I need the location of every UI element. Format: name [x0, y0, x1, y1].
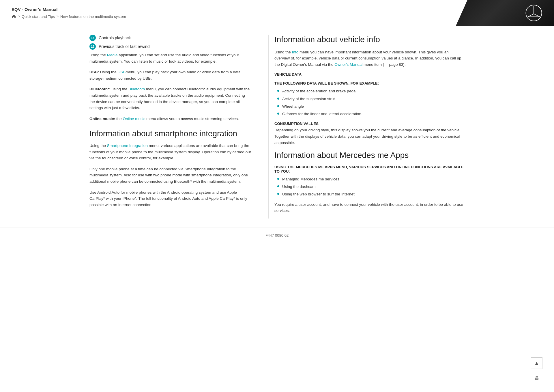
- online-music-paragraph: Online music: the Online music menu allo…: [89, 116, 251, 122]
- functions-label: USING THE MERCEDES ME APPS MENU, VARIOUS…: [274, 165, 465, 173]
- vehicle-info-para: Using the Info menu you can have importa…: [274, 49, 465, 68]
- user-account-para: You require a user account, and have to …: [274, 201, 465, 214]
- print-icon[interactable]: 🖶: [531, 373, 542, 383]
- numbered-item-15: 15 Previous track or fast rewind: [89, 43, 251, 50]
- badge-15: 15: [89, 43, 96, 50]
- owners-manual-link[interactable]: Owner's Manual: [334, 62, 362, 67]
- bluetooth-paragraph: Bluetooth*: using the Bluetooth menu, yo…: [89, 86, 251, 111]
- smartphone-para-2: Only one mobile phone at a time can be c…: [89, 166, 251, 185]
- breadcrumb-link-quickstart[interactable]: Quick start and Tips: [22, 14, 55, 19]
- badge-14: 14: [89, 35, 96, 41]
- list-item: Activity of the suspension strut: [277, 96, 465, 102]
- bullet-dot: [277, 98, 279, 100]
- list-item: Managing Mercedes me services: [277, 176, 465, 182]
- item-14-label: Controls playback: [99, 36, 131, 40]
- bullet-dot: [277, 178, 279, 180]
- footer-code: F447 0080 02: [265, 233, 289, 238]
- list-item: Activity of the acceleration and brake p…: [277, 88, 465, 94]
- right-column: Information about vehicle info Using the…: [268, 35, 465, 219]
- following-data-label: THE FOLLOWING DATA WILL BE SHOWN, FOR EX…: [274, 81, 465, 85]
- online-music-label: Online music:: [89, 117, 115, 121]
- manual-title: EQV - Owner's Manual: [12, 7, 444, 12]
- breadcrumb-current: New features on the multimedia system: [60, 14, 126, 19]
- media-paragraph: Using the Media application, you can set…: [89, 52, 251, 64]
- usb-link[interactable]: USB: [118, 70, 126, 74]
- vehicle-data-bullets: Activity of the acceleration and brake p…: [277, 88, 465, 117]
- smartphone-integration-link[interactable]: Smartphone Integration: [107, 143, 148, 148]
- breadcrumb-separator-2: >: [57, 14, 59, 18]
- bullet-dot: [277, 193, 279, 195]
- usb-paragraph: USB: Using the USBmenu, you can play bac…: [89, 69, 251, 81]
- smartphone-heading: Information about smartphone integration: [89, 129, 251, 139]
- info-link[interactable]: Info: [292, 50, 299, 54]
- vehicle-info-heading: Information about vehicle info: [274, 35, 465, 44]
- vehicle-data-label: VEHICLE DATA: [274, 72, 465, 76]
- media-link[interactable]: Media: [107, 53, 118, 57]
- smartphone-para-3: Use Android Auto for mobile phones with …: [89, 189, 251, 208]
- list-item: Wheel angle: [277, 104, 465, 109]
- left-column: 14 Controls playback 15 Previous track o…: [89, 35, 268, 219]
- page-header: EQV - Owner's Manual > Quick start and T…: [0, 0, 554, 26]
- list-item: G-forces for the linear and lateral acce…: [277, 111, 465, 117]
- usb-label: USB:: [89, 70, 99, 74]
- breadcrumb: > Quick start and Tips > New features on…: [12, 14, 444, 19]
- bullet-dot: [277, 90, 279, 92]
- bluetooth-link[interactable]: Bluetooth: [128, 87, 145, 91]
- mercedes-logo: [525, 4, 542, 22]
- header-left: EQV - Owner's Manual > Quick start and T…: [0, 0, 456, 26]
- scroll-up-button[interactable]: ▲: [531, 357, 542, 369]
- consumption-values-label: CONSUMPTION VALUES: [274, 122, 465, 126]
- item-15-label: Previous track or fast rewind: [99, 44, 150, 49]
- mercedes-apps-heading: Information about Mercedes me Apps: [274, 150, 465, 160]
- list-item: Using the dashcam: [277, 184, 465, 190]
- header-logo-area: [456, 0, 554, 26]
- content-area: 14 Controls playback 15 Previous track o…: [89, 26, 465, 227]
- page-footer: F447 0080 02: [0, 227, 554, 243]
- bluetooth-label: Bluetooth*:: [89, 87, 111, 91]
- bullet-dot: [277, 105, 279, 107]
- smartphone-para-1: Using the Smartphone Integration menu, v…: [89, 143, 251, 161]
- bullet-dot: [277, 185, 279, 187]
- consumption-para: Depending on your driving style, this di…: [274, 127, 465, 146]
- online-music-link[interactable]: Online music: [123, 117, 145, 121]
- list-item: Using the web browser to surf the Intern…: [277, 191, 465, 197]
- mercedes-apps-bullets: Managing Mercedes me services Using the …: [277, 176, 465, 197]
- home-icon[interactable]: [12, 14, 16, 19]
- bullet-dot: [277, 113, 279, 115]
- numbered-item-14: 14 Controls playback: [89, 35, 251, 41]
- breadcrumb-separator-1: >: [18, 14, 20, 18]
